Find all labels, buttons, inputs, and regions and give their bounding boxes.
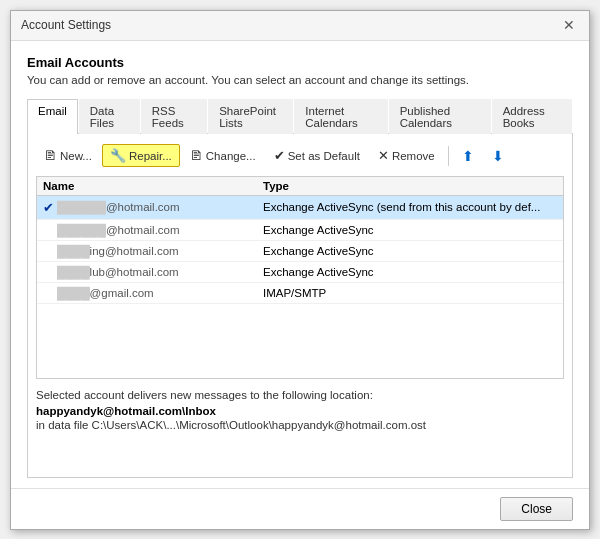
new-label: New... [60, 150, 92, 162]
repair-button[interactable]: 🔧 Repair... [102, 144, 180, 167]
account-name-cell: ████lub@hotmail.com [43, 266, 263, 278]
account-name: ██████@hotmail.com [57, 224, 180, 236]
account-name: ████@gmail.com [57, 287, 154, 299]
change-icon: 🖹 [190, 148, 203, 163]
account-type: Exchange ActiveSync [263, 266, 557, 278]
table-row[interactable]: ✔ ██████@hotmail.com Exchange ActiveSync… [37, 196, 563, 220]
close-button[interactable]: Close [500, 497, 573, 521]
change-label: Change... [206, 150, 256, 162]
repair-icon: 🔧 [110, 148, 126, 163]
table-row[interactable]: ████@gmail.com IMAP/SMTP [37, 283, 563, 304]
deliver-description: Selected account delivers new messages t… [36, 389, 564, 401]
tab-rss-feeds[interactable]: RSS Feeds [141, 99, 207, 134]
table-header: Name Type [37, 177, 563, 196]
account-name-cell: ██████@hotmail.com [43, 224, 263, 236]
accounts-toolbar: 🖹 New... 🔧 Repair... 🖹 Change... ✔ Set a… [36, 142, 564, 170]
remove-label: Remove [392, 150, 435, 162]
data-file-path: in data file C:\Users\ACK\...\Microsoft\… [36, 419, 564, 431]
remove-button[interactable]: ✕ Remove [370, 144, 443, 167]
account-type: Exchange ActiveSync [263, 224, 557, 236]
tab-data-files[interactable]: Data Files [79, 99, 140, 134]
tab-email[interactable]: Email [27, 99, 78, 134]
section-title: Email Accounts [27, 55, 573, 70]
column-type-header: Type [263, 180, 557, 192]
title-bar: Account Settings ✕ [11, 11, 589, 41]
tab-internet-calendars[interactable]: Internet Calendars [294, 99, 387, 134]
checked-icon: ✔ [43, 200, 57, 215]
table-row[interactable]: ████lub@hotmail.com Exchange ActiveSync [37, 262, 563, 283]
change-button[interactable]: 🖹 Change... [182, 144, 264, 167]
dialog-footer: Close [11, 488, 589, 529]
section-description: You can add or remove an account. You ca… [27, 74, 573, 86]
tab-address-books[interactable]: Address Books [492, 99, 572, 134]
move-up-button[interactable]: ⬆ [454, 144, 482, 168]
account-type: Exchange ActiveSync (send from this acco… [263, 201, 557, 213]
tab-bar: Email Data Files RSS Feeds SharePoint Li… [27, 98, 573, 134]
inbox-path: happyandyk@hotmail.com\Inbox [36, 405, 564, 417]
set-default-icon: ✔ [274, 148, 285, 163]
new-button[interactable]: 🖹 New... [36, 144, 100, 167]
tab-published-calendars[interactable]: Published Calendars [389, 99, 491, 134]
dialog-body: Email Accounts You can add or remove an … [11, 41, 589, 488]
account-name: ████ing@hotmail.com [57, 245, 179, 257]
account-settings-dialog: Account Settings ✕ Email Accounts You ca… [10, 10, 590, 530]
table-row[interactable]: ████ing@hotmail.com Exchange ActiveSync [37, 241, 563, 262]
account-type: IMAP/SMTP [263, 287, 557, 299]
remove-icon: ✕ [378, 148, 389, 163]
account-name-cell: ✔ ██████@hotmail.com [43, 200, 263, 215]
repair-label: Repair... [129, 150, 172, 162]
bottom-info-section: Selected account delivers new messages t… [36, 389, 564, 469]
tab-sharepoint[interactable]: SharePoint Lists [208, 99, 293, 134]
accounts-table: Name Type ✔ ██████@hotmail.com Exchange … [36, 176, 564, 379]
dialog-title: Account Settings [21, 18, 111, 32]
toolbar-separator [448, 146, 449, 166]
set-default-button[interactable]: ✔ Set as Default [266, 144, 368, 167]
account-name-cell: ████ing@hotmail.com [43, 245, 263, 257]
window-close-button[interactable]: ✕ [559, 15, 579, 35]
column-name-header: Name [43, 180, 263, 192]
up-arrow-icon: ⬆ [462, 148, 474, 164]
move-down-button[interactable]: ⬇ [484, 144, 512, 168]
tab-content-email: 🖹 New... 🔧 Repair... 🖹 Change... ✔ Set a… [27, 134, 573, 478]
account-name-cell: ████@gmail.com [43, 287, 263, 299]
table-row[interactable]: ██████@hotmail.com Exchange ActiveSync [37, 220, 563, 241]
account-name: ████lub@hotmail.com [57, 266, 179, 278]
account-name: ██████@hotmail.com [57, 201, 180, 213]
account-type: Exchange ActiveSync [263, 245, 557, 257]
down-arrow-icon: ⬇ [492, 148, 504, 164]
new-icon: 🖹 [44, 148, 57, 163]
set-default-label: Set as Default [288, 150, 360, 162]
